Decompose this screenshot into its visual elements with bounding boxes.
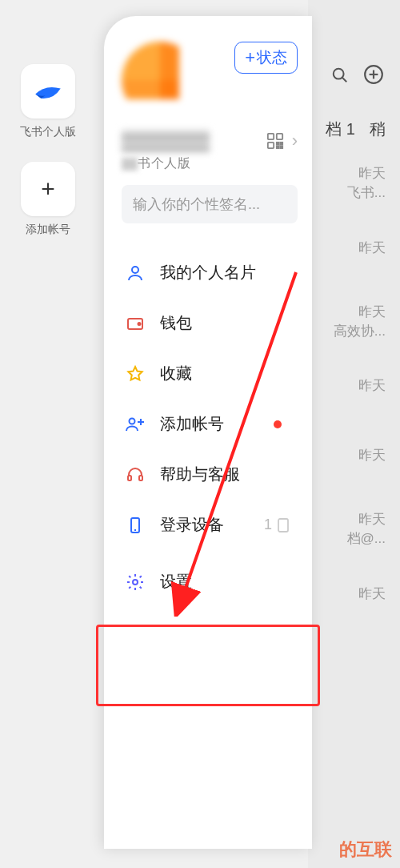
menu-label: 帮助与客服 bbox=[160, 464, 240, 485]
qr-icon[interactable] bbox=[266, 132, 284, 150]
headset-icon bbox=[125, 464, 146, 485]
svg-rect-8 bbox=[277, 143, 279, 145]
bg-item-time: 昨天 bbox=[358, 446, 386, 465]
add-account-card[interactable]: + bbox=[21, 162, 75, 216]
menu-favorites[interactable]: 收藏 bbox=[122, 348, 298, 399]
avatar[interactable] bbox=[122, 42, 198, 119]
bg-item-snip: 飞书... bbox=[347, 183, 386, 203]
add-account-card-label: 添加帐号 bbox=[26, 223, 70, 237]
device-icon bbox=[277, 517, 290, 533]
svg-point-12 bbox=[132, 267, 138, 273]
person-icon bbox=[125, 263, 146, 283]
chevron-right-icon[interactable]: › bbox=[292, 131, 298, 151]
svg-point-14 bbox=[138, 323, 141, 325]
wallet-icon bbox=[125, 313, 146, 334]
add-user-icon bbox=[125, 414, 146, 435]
bg-item-snip: 档@... bbox=[347, 529, 386, 549]
menu-label: 钱包 bbox=[160, 312, 192, 334]
svg-point-23 bbox=[133, 580, 138, 585]
svg-rect-9 bbox=[280, 143, 282, 145]
svg-rect-5 bbox=[268, 134, 274, 139]
menu-label: 收藏 bbox=[160, 363, 192, 384]
svg-rect-18 bbox=[128, 476, 131, 480]
watermark: 的互联 bbox=[339, 838, 392, 862]
notification-dot bbox=[274, 420, 282, 428]
menu-add-account[interactable]: 添加帐号 bbox=[122, 399, 298, 449]
svg-rect-7 bbox=[268, 143, 274, 148]
user-name bbox=[122, 130, 210, 152]
menu-settings[interactable]: 设置 bbox=[122, 557, 298, 607]
star-icon bbox=[125, 364, 146, 384]
menu-label: 登录设备 bbox=[160, 514, 224, 536]
menu-devices[interactable]: 登录设备 1 bbox=[122, 500, 298, 550]
menu-help[interactable]: 帮助与客服 bbox=[122, 449, 298, 500]
menu-label: 添加帐号 bbox=[160, 413, 224, 435]
menu-wallet[interactable]: 钱包 bbox=[122, 298, 298, 348]
search-icon[interactable] bbox=[331, 65, 349, 90]
bg-item-time: 昨天 bbox=[358, 239, 386, 258]
bg-header-text-1: 档 1 bbox=[326, 119, 355, 140]
status-button-label: 状态 bbox=[257, 47, 287, 68]
bg-header-text-2: 稍 bbox=[370, 119, 386, 140]
profile-drawer: + 状态 › 书个人版 输入你的个性签名... 我的个人名片 钱 bbox=[104, 16, 312, 849]
status-button[interactable]: + 状态 bbox=[234, 42, 298, 74]
gear-icon bbox=[125, 572, 146, 593]
bg-item-time: 昨天 bbox=[347, 164, 386, 183]
svg-rect-11 bbox=[280, 146, 282, 148]
svg-line-1 bbox=[342, 78, 347, 82]
account-feishu[interactable] bbox=[21, 64, 75, 119]
svg-point-0 bbox=[334, 69, 344, 79]
bg-item-time: 昨天 bbox=[334, 303, 386, 322]
svg-rect-22 bbox=[278, 519, 288, 532]
svg-rect-10 bbox=[277, 146, 279, 148]
bg-item-time: 昨天 bbox=[358, 376, 386, 396]
plus-icon: + bbox=[41, 175, 55, 203]
bg-item-snip: 高效协... bbox=[334, 322, 386, 341]
menu-my-profile[interactable]: 我的个人名片 bbox=[122, 247, 298, 298]
account-feishu-label: 飞书个人版 bbox=[20, 125, 76, 139]
add-icon[interactable] bbox=[363, 64, 384, 90]
plus-icon: + bbox=[245, 49, 255, 66]
phone-icon bbox=[125, 515, 146, 536]
account-type: 书个人版 bbox=[122, 155, 298, 172]
signature-input[interactable]: 输入你的个性签名... bbox=[122, 185, 298, 223]
svg-rect-6 bbox=[277, 134, 282, 139]
menu-label: 我的个人名片 bbox=[160, 262, 256, 283]
menu-label: 设置 bbox=[160, 571, 192, 593]
bg-item-time: 昨天 bbox=[347, 510, 386, 529]
svg-point-15 bbox=[130, 418, 135, 424]
svg-rect-19 bbox=[139, 476, 142, 480]
device-count: 1 bbox=[264, 516, 272, 533]
bg-item-time: 昨天 bbox=[358, 585, 386, 604]
